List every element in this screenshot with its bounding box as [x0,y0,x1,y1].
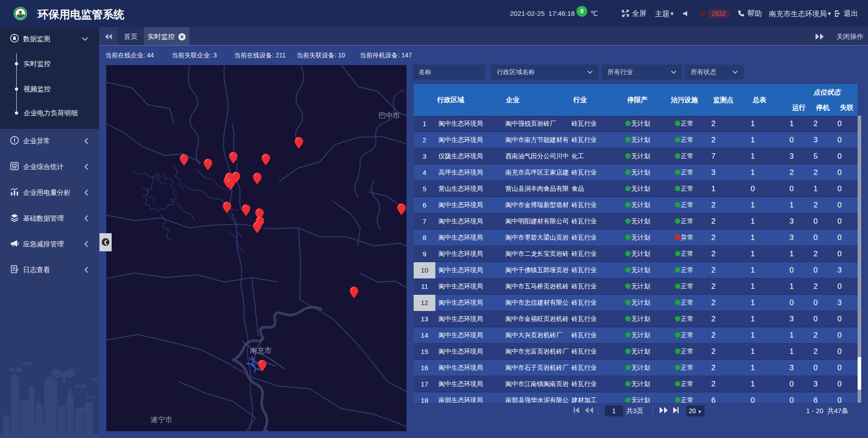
svg-text:遂宁市: 遂宁市 [151,416,172,424]
svg-text:南充市: 南充市 [250,347,272,354]
svg-text:巴中市: 巴中市 [378,112,400,119]
